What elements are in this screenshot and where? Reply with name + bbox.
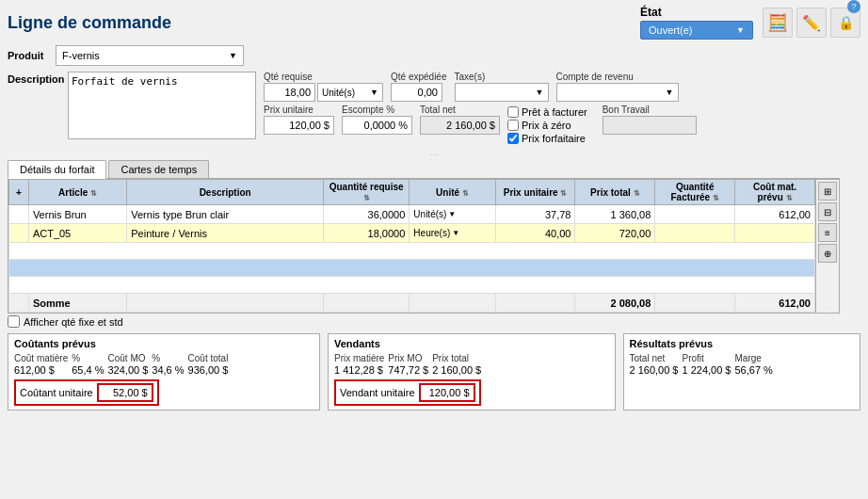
table-row[interactable]: ACT_05 Peinture / Vernis 18,0000 Heure(s… — [9, 224, 815, 243]
col-unite[interactable]: Unité ⇅ — [410, 180, 495, 205]
prix-mo-label: Prix MO — [388, 353, 428, 363]
sort-cout-mat-icon[interactable]: ⇅ — [786, 194, 793, 202]
tab-cartes-temps[interactable]: Cartes de temps — [108, 160, 209, 178]
table-toolbar-btn1[interactable]: ⊞ — [818, 182, 837, 201]
cout-total-label: Coût total — [188, 353, 229, 363]
sort-article-icon[interactable]: ⇅ — [90, 189, 97, 198]
etat-value: Ouvert(e) — [649, 24, 692, 36]
cout-matiere-pct: 65,4 % — [72, 364, 104, 376]
edit-icon[interactable]: ✏️ — [796, 8, 827, 38]
compte-revenu-arrow: ▼ — [666, 88, 674, 97]
somme-label-empty — [9, 294, 29, 313]
col-article[interactable]: Article ⇅ — [28, 180, 126, 205]
compte-revenu-dropdown[interactable]: ▼ — [556, 83, 679, 102]
col-quantite[interactable]: Quantité requise ⇅ — [324, 180, 410, 205]
somme-prix-unitaire — [495, 294, 575, 313]
resultats-prevus-title: Résultats prévus — [630, 338, 855, 349]
prix-mo-value: 747,72 $ — [388, 364, 428, 376]
somme-unite — [410, 294, 495, 313]
description-textarea[interactable] — [68, 72, 256, 139]
row1-empty — [9, 205, 29, 224]
afficher-checkbox[interactable] — [8, 315, 20, 328]
prix-zero-checkbox[interactable] — [507, 120, 519, 131]
tab-details-forfait[interactable]: Détails du forfait — [8, 160, 106, 179]
coutant-unitaire-input[interactable] — [97, 383, 153, 402]
prix-unitaire-label: Prix unitaire — [264, 105, 334, 115]
total-net-input[interactable] — [420, 116, 500, 135]
prix-forfaitaire-checkbox-item[interactable]: Prix forfaitaire — [507, 133, 587, 144]
row1-description: Vernis type Brun clair — [127, 205, 324, 224]
etat-dropdown-arrow: ▼ — [736, 25, 745, 35]
produit-dropdown-arrow: ▼ — [229, 51, 237, 60]
somme-desc — [127, 294, 324, 313]
qte-expediee-input[interactable] — [391, 83, 442, 102]
sort-prix-total-icon[interactable]: ⇅ — [634, 189, 640, 198]
vendants-title: Vendants — [334, 338, 609, 349]
row2-prix-unitaire: 40,00 — [495, 224, 575, 243]
row2-unite-value: Heure(s) — [413, 228, 450, 238]
row1-cout-mat: 612,00 — [735, 205, 815, 224]
afficher-label: Afficher qté fixe et std — [24, 316, 123, 328]
col-description[interactable]: Description — [127, 180, 324, 205]
unite-dropdown[interactable]: Unité(s) ▼ — [317, 83, 383, 102]
vendant-unitaire-input[interactable] — [419, 383, 475, 402]
unite-value: Unité(s) — [322, 88, 355, 98]
row2-unite-arrow[interactable]: ▼ — [452, 229, 459, 237]
col-cout-mat[interactable]: Coût mat. prévu ⇅ — [735, 180, 815, 205]
prix-total-vendants-label: Prix total — [432, 353, 481, 363]
somme-label: Somme — [28, 294, 126, 313]
row2-prix-total: 720,00 — [575, 224, 655, 243]
row1-unite-arrow[interactable]: ▼ — [448, 210, 456, 218]
etat-label: État — [640, 6, 662, 19]
taxe-dropdown[interactable]: ▼ — [455, 83, 549, 102]
prix-zero-checkbox-item[interactable]: Prix à zéro — [507, 120, 587, 131]
cout-mo-label: Coût MO — [108, 353, 149, 363]
sort-quantite-icon[interactable]: ⇅ — [363, 194, 370, 202]
prix-matiere-label: Prix matière — [334, 353, 384, 363]
pret-facturer-checkbox[interactable] — [507, 106, 519, 118]
col-quantite-label: Quantité requise — [330, 182, 404, 192]
produit-dropdown[interactable]: F-vernis ▼ — [56, 45, 244, 66]
table-toolbar-btn2[interactable]: ⊟ — [818, 202, 837, 221]
cout-mo-value: 324,00 $ — [108, 364, 149, 376]
sort-qte-facturee-icon[interactable]: ⇅ — [713, 194, 719, 202]
row1-unite-value: Unité(s) — [413, 209, 446, 219]
table-toolbar-btn3[interactable]: ≡ — [818, 223, 837, 242]
pret-facturer-checkbox-item[interactable]: Prêt à facturer — [507, 106, 587, 118]
cout-matiere-pct-label: % — [72, 353, 104, 363]
bon-travail-input[interactable] — [603, 116, 697, 135]
resize-handle[interactable]: ⋯ — [8, 150, 860, 160]
somme-qte-facturee — [655, 294, 735, 313]
cout-total-value: 936,00 $ — [188, 364, 229, 376]
row1-unite[interactable]: Unité(s) ▼ — [410, 205, 495, 224]
col-prix-unitaire[interactable]: Prix unitaire ⇅ — [495, 180, 575, 205]
prix-unitaire-input[interactable] — [264, 116, 334, 135]
forfait-table: + Article ⇅ Description Quantité requise… — [8, 179, 815, 313]
marge-label: Marge — [735, 353, 773, 363]
description-label: Description — [8, 72, 64, 85]
row2-empty — [9, 224, 29, 243]
qte-requise-input[interactable] — [264, 83, 315, 102]
col-prix-total[interactable]: Prix total ⇅ — [575, 180, 655, 205]
col-qte-facturee[interactable]: Quantité Facturée ⇅ — [655, 180, 735, 205]
pret-facturer-label: Prêt à facturer — [522, 106, 587, 118]
sort-prix-unitaire-icon[interactable]: ⇅ — [560, 189, 567, 198]
col-add[interactable]: + — [9, 180, 29, 205]
sort-unite-icon[interactable]: ⇅ — [462, 189, 469, 198]
row2-unite[interactable]: Heure(s) ▼ — [410, 224, 495, 243]
resultats-total-net-value: 2 160,00 $ — [630, 364, 679, 376]
calculator-icon[interactable]: 🧮 — [763, 8, 793, 38]
col-prix-total-label: Prix total — [590, 187, 631, 198]
etat-dropdown[interactable]: Ouvert(e) ▼ — [640, 21, 753, 40]
escompte-input[interactable] — [342, 116, 412, 135]
row1-prix-total: 1 360,08 — [575, 205, 655, 224]
prix-forfaitaire-checkbox[interactable] — [507, 133, 519, 144]
profit-label: Profit — [683, 353, 731, 363]
page-title: Ligne de commande — [8, 13, 171, 33]
help-icon[interactable]: ? — [847, 0, 860, 13]
table-row[interactable]: Vernis Brun Vernis type Brun clair 36,00… — [9, 205, 815, 224]
table-toolbar-btn4[interactable]: ⊕ — [818, 244, 837, 263]
qte-requise-label: Qté requise — [264, 72, 383, 82]
col-prix-unitaire-label: Prix unitaire — [504, 187, 558, 198]
row2-quantite: 18,0000 — [324, 224, 410, 243]
